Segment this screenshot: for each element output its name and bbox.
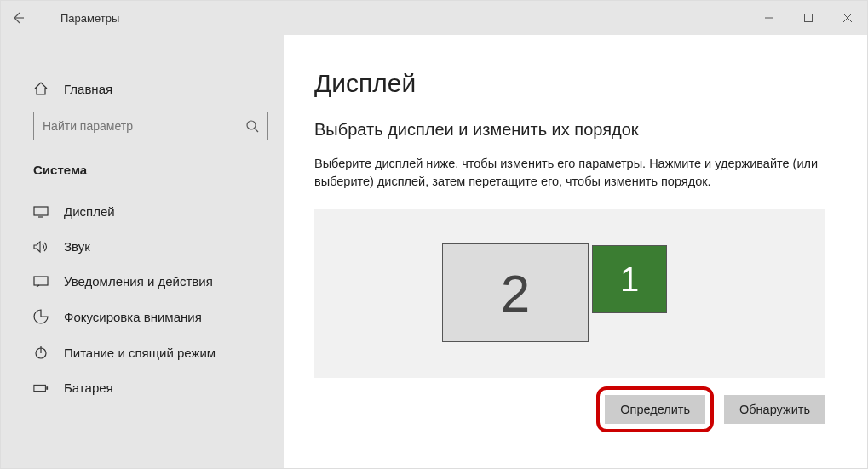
svg-rect-5 — [34, 385, 46, 391]
page-subheading: Выбрать дисплеи и изменить их порядок — [314, 120, 836, 140]
monitor-1[interactable]: 1 — [592, 245, 667, 313]
settings-window: Параметры Главная Си — [0, 0, 868, 469]
back-button[interactable] — [1, 1, 35, 35]
close-button[interactable] — [828, 1, 867, 35]
nav-item-power[interactable]: Питание и спящий режим — [1, 335, 284, 370]
arrow-left-icon — [11, 11, 25, 25]
nav-label: Уведомления и действия — [64, 274, 213, 289]
search-input[interactable] — [33, 112, 268, 140]
sidebar: Главная Система Дисплей Звук — [1, 35, 284, 468]
page-heading: Дисплей — [314, 69, 836, 98]
detect-button[interactable]: Обнаружить — [724, 395, 825, 424]
svg-rect-6 — [46, 386, 48, 390]
display-icon — [33, 206, 49, 218]
nav-label: Звук — [64, 239, 90, 254]
svg-rect-3 — [34, 277, 48, 285]
page-description: Выберите дисплей ниже, чтобы изменить ег… — [314, 155, 825, 191]
window-title: Параметры — [60, 12, 119, 25]
home-icon — [33, 81, 49, 96]
maximize-icon — [803, 13, 813, 23]
display-arrangement-canvas[interactable]: 2 1 — [314, 209, 825, 378]
battery-icon — [33, 383, 49, 393]
minimize-icon — [764, 13, 774, 23]
sound-icon — [33, 241, 49, 253]
svg-rect-2 — [34, 207, 48, 215]
monitor-2[interactable]: 2 — [442, 243, 589, 342]
notifications-icon — [33, 276, 49, 288]
maximize-button[interactable] — [789, 1, 828, 35]
nav-item-battery[interactable]: Батарея — [1, 370, 284, 405]
titlebar: Параметры — [1, 1, 867, 35]
nav-label: Батарея — [64, 380, 113, 395]
svg-rect-0 — [805, 14, 813, 22]
close-icon — [842, 13, 853, 23]
svg-point-1 — [247, 121, 256, 129]
focus-icon — [33, 309, 49, 324]
nav-item-notifications[interactable]: Уведомления и действия — [1, 264, 284, 299]
identify-button[interactable]: Определить — [605, 395, 705, 424]
power-icon — [33, 345, 49, 360]
button-row: Определить Обнаружить — [314, 386, 825, 432]
nav-item-sound[interactable]: Звук — [1, 229, 284, 264]
minimize-button[interactable] — [750, 1, 789, 35]
nav-item-focus[interactable]: Фокусировка внимания — [1, 299, 284, 335]
section-label: Система — [1, 147, 284, 186]
search-field[interactable] — [43, 119, 245, 133]
home-link[interactable]: Главная — [1, 72, 284, 105]
search-icon — [245, 119, 259, 133]
nav-label: Дисплей — [64, 204, 115, 219]
nav-item-display[interactable]: Дисплей — [1, 194, 284, 229]
nav-list: Дисплей Звук Уведомления и действия Фоку… — [1, 194, 284, 405]
nav-label: Фокусировка внимания — [64, 310, 202, 324]
nav-label: Питание и спящий режим — [64, 346, 216, 360]
main-content: Дисплей Выбрать дисплеи и изменить их по… — [284, 35, 867, 468]
home-label: Главная — [64, 82, 112, 96]
highlight-annotation: Определить — [596, 386, 714, 432]
